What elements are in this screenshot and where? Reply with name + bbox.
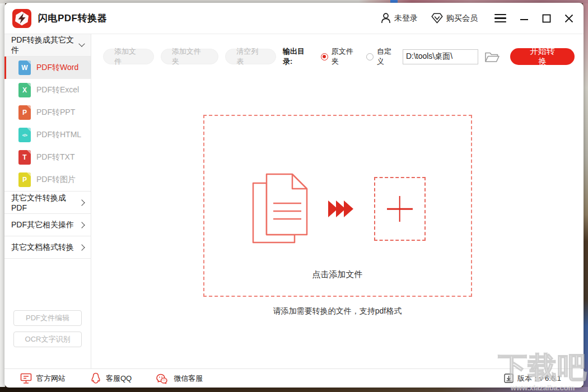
clear-list-button[interactable]: 清空列表	[225, 49, 276, 64]
qq-support-label: 客服QQ	[106, 374, 132, 384]
radio-custom-label: 自定义	[377, 46, 397, 67]
radio-selected-icon[interactable]	[321, 53, 328, 60]
user-icon	[381, 13, 391, 24]
radio-original-folder[interactable]: 原文件夹	[318, 46, 358, 67]
ocr-button[interactable]: OCR文字识别	[13, 332, 82, 347]
sidebar-item-pdf-to-word[interactable]: W PDF转Word	[4, 57, 91, 79]
sidebar-item-label: PDF转Excel	[36, 85, 79, 95]
qq-support-link[interactable]: 客服QQ	[90, 372, 132, 384]
sidebar: PDF转换成其它文件 W PDF转Word X PDF转Excel P PDF转…	[4, 34, 91, 368]
sidebar-group-other-to-pdf[interactable]: 其它文件转换成PDF	[4, 192, 91, 214]
desktop-background: 闪电PDF转换器 未登录 购买会员	[0, 0, 588, 392]
version-download-icon	[504, 374, 514, 383]
sidebar-item-pdf-to-html[interactable]: </> PDF转HTML	[4, 124, 91, 146]
radio-original-label: 原文件夹	[332, 46, 358, 67]
menu-button[interactable]	[494, 13, 506, 24]
app-logo-icon	[12, 9, 31, 28]
pdf-edit-button[interactable]: PDF文件编辑	[13, 310, 82, 326]
sidebar-item-label: PDF转TXT	[36, 152, 74, 162]
add-folder-button[interactable]: 添加文件夹	[161, 49, 218, 64]
sidebar-group-pdf-operations[interactable]: PDF其它相关操作	[4, 214, 91, 236]
chevron-right-icon	[78, 199, 85, 206]
click-to-add-hint: 点击添加文件	[204, 269, 471, 280]
group-label: PDF其它相关操作	[11, 220, 80, 230]
app-title: 闪电PDF转换器	[38, 12, 107, 25]
monitor-icon	[20, 373, 32, 384]
sidebar-group-doc-format-convert[interactable]: 其它文档格式转换	[4, 236, 91, 259]
sidebar-item-label: PDF转图片	[36, 175, 76, 185]
sidebar-item-pdf-to-ppt[interactable]: P PDF转PPT	[4, 101, 91, 124]
toolbar: 添加文件 添加文件夹 清空列表 输出目录: 原文件夹 自定义	[91, 48, 584, 65]
official-website-label: 官方网站	[36, 374, 66, 384]
wechat-icon	[156, 373, 169, 384]
ppt-file-icon: P	[18, 105, 31, 120]
group-label: 其它文档格式转换	[11, 242, 80, 253]
sidebar-item-pdf-to-excel[interactable]: X PDF转Excel	[4, 79, 91, 101]
radio-unselected-icon[interactable]	[366, 53, 374, 60]
group-label: 其它文件转换成PDF	[11, 193, 80, 212]
login-label: 未登录	[394, 13, 418, 24]
documents-stack-icon	[250, 172, 310, 246]
plus-icon	[399, 196, 400, 222]
browse-folder-button[interactable]	[484, 51, 500, 63]
official-website-link[interactable]: 官方网站	[20, 373, 66, 384]
maximize-button[interactable]	[542, 14, 551, 23]
sidebar-nav-list: W PDF转Word X PDF转Excel P PDF转PPT </> PDF…	[4, 57, 91, 192]
sidebar-item-pdf-to-image[interactable]: P PDF转图片	[4, 169, 91, 191]
app-window: 闪电PDF转换器 未登录 购买会员	[4, 3, 584, 388]
output-directory-group: 输出目录: 原文件夹 自定义	[283, 46, 575, 67]
output-directory-label: 输出目录:	[283, 46, 313, 67]
titlebar-actions: 未登录 购买会员	[381, 13, 573, 24]
fast-forward-arrows-icon	[328, 198, 360, 220]
sidebar-item-label: PDF转HTML	[36, 130, 81, 140]
membership-label: 购买会员	[446, 13, 478, 24]
minimize-button[interactable]	[520, 14, 529, 23]
txt-file-icon: T	[18, 150, 31, 165]
file-drop-zone[interactable]: 点击添加文件	[203, 115, 472, 297]
sidebar-group-pdf-to-other[interactable]: PDF转换成其它文件	[4, 34, 91, 57]
chevron-down-icon	[78, 40, 85, 46]
footer-bar: 官方网站 客服QQ 微信客服	[4, 368, 584, 388]
add-file-plus-box[interactable]	[374, 177, 426, 241]
wechat-support-link[interactable]: 微信客服	[156, 373, 203, 384]
main-area: 添加文件 添加文件夹 清空列表 输出目录: 原文件夹 自定义	[91, 34, 584, 368]
login-button[interactable]: 未登录	[381, 13, 418, 24]
qq-penguin-icon	[90, 372, 101, 384]
start-convert-button[interactable]: 开始转换	[510, 48, 575, 65]
title-bar: 闪电PDF转换器 未登录 购买会员	[4, 3, 584, 34]
sidebar-item-label: PDF转PPT	[36, 108, 75, 118]
open-folder-icon	[484, 51, 500, 63]
version-label: 版本：v 6.6.1	[517, 374, 561, 384]
sidebar-item-pdf-to-txt[interactable]: T PDF转TXT	[4, 146, 91, 169]
group-label: PDF转换成其它文件	[11, 35, 80, 55]
diamond-icon	[431, 13, 443, 24]
close-icon	[564, 14, 573, 23]
wechat-support-label: 微信客服	[174, 374, 203, 384]
minimize-icon	[520, 14, 529, 23]
image-file-icon: P	[18, 172, 31, 187]
chevron-right-icon	[78, 222, 85, 228]
dropzone-illustration	[204, 172, 471, 246]
chevron-right-icon	[78, 244, 85, 250]
add-file-button[interactable]: 添加文件	[103, 49, 154, 64]
background-sliver-right	[583, 3, 588, 388]
radio-custom-folder[interactable]: 自定义	[363, 46, 397, 67]
version-info: 版本：v 6.6.1	[504, 374, 561, 384]
excel-file-icon: X	[18, 83, 31, 97]
sidebar-extra-buttons: PDF文件编辑 OCR文字识别	[4, 310, 91, 353]
close-button[interactable]	[564, 14, 573, 23]
buy-membership-button[interactable]: 购买会员	[431, 13, 478, 24]
background-sliver-bottom	[0, 387, 588, 392]
output-path-input[interactable]	[403, 49, 478, 64]
sidebar-item-label: PDF转Word	[36, 63, 78, 73]
maximize-icon	[542, 14, 551, 23]
html-file-icon: </>	[18, 128, 31, 142]
word-file-icon: W	[18, 60, 31, 75]
supported-format-hint: 请添加需要转换的文件，支持pdf格式	[91, 306, 584, 316]
window-body: PDF转换成其它文件 W PDF转Word X PDF转Excel P PDF转…	[4, 34, 584, 368]
